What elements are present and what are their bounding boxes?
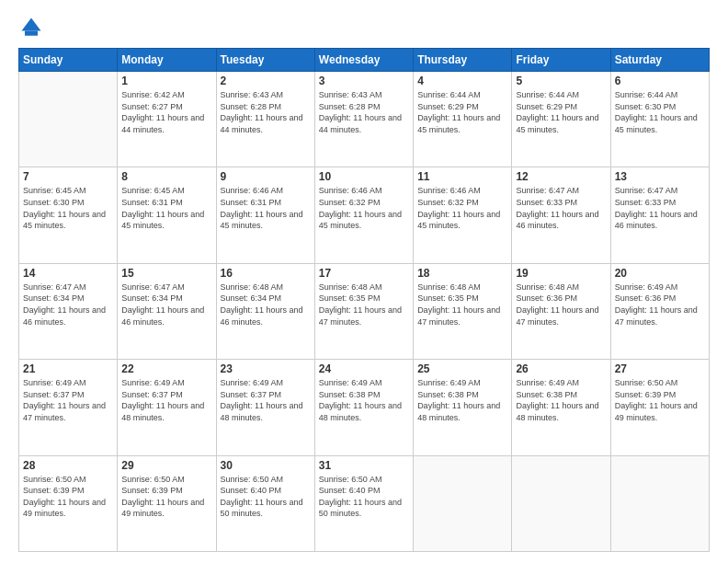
calendar-cell: 23Sunrise: 6:49 AM Sunset: 6:37 PM Dayli… [216,360,314,455]
cell-details: Sunrise: 6:50 AM Sunset: 6:40 PM Dayligh… [221,474,311,520]
calendar-cell: 9Sunrise: 6:46 AM Sunset: 6:31 PM Daylig… [216,167,314,263]
day-number: 18 [417,267,507,280]
page: SundayMondayTuesdayWednesdayThursdayFrid… [0,0,728,563]
day-number: 12 [516,170,606,183]
cell-details: Sunrise: 6:50 AM Sunset: 6:40 PM Dayligh… [319,474,409,520]
calendar-cell [512,455,610,551]
day-number: 10 [319,170,409,183]
cell-details: Sunrise: 6:49 AM Sunset: 6:38 PM Dayligh… [417,377,507,423]
cell-details: Sunrise: 6:48 AM Sunset: 6:35 PM Dayligh… [417,282,507,327]
day-number: 11 [417,170,507,183]
cell-details: Sunrise: 6:49 AM Sunset: 6:37 PM Dayligh… [221,377,311,423]
calendar-week-row: 7Sunrise: 6:45 AM Sunset: 6:30 PM Daylig… [19,167,710,263]
cell-details: Sunrise: 6:47 AM Sunset: 6:34 PM Dayligh… [23,282,113,327]
calendar-week-row: 14Sunrise: 6:47 AM Sunset: 6:34 PM Dayli… [19,263,710,359]
calendar-cell: 17Sunrise: 6:48 AM Sunset: 6:35 PM Dayli… [314,263,413,359]
day-number: 7 [23,170,113,183]
day-number: 16 [221,267,311,280]
calendar-cell: 4Sunrise: 6:44 AM Sunset: 6:29 PM Daylig… [414,72,512,167]
day-number: 24 [319,362,409,375]
logo [18,15,48,40]
calendar-cell: 2Sunrise: 6:43 AM Sunset: 6:28 PM Daylig… [216,72,314,167]
svg-rect-1 [25,31,38,36]
day-number: 25 [417,362,507,375]
cell-details: Sunrise: 6:48 AM Sunset: 6:36 PM Dayligh… [516,282,606,327]
day-number: 21 [23,362,113,375]
calendar-cell: 15Sunrise: 6:47 AM Sunset: 6:34 PM Dayli… [118,263,216,359]
cell-details: Sunrise: 6:49 AM Sunset: 6:37 PM Dayligh… [23,377,113,423]
calendar-cell [414,455,512,551]
svg-marker-0 [22,18,41,31]
calendar-cell: 12Sunrise: 6:47 AM Sunset: 6:33 PM Dayli… [512,167,610,263]
calendar-cell: 22Sunrise: 6:49 AM Sunset: 6:37 PM Dayli… [118,360,216,455]
calendar-week-row: 1Sunrise: 6:42 AM Sunset: 6:27 PM Daylig… [19,72,710,167]
calendar-cell: 24Sunrise: 6:49 AM Sunset: 6:38 PM Dayli… [314,360,413,455]
calendar-cell: 28Sunrise: 6:50 AM Sunset: 6:39 PM Dayli… [19,455,118,551]
day-number: 31 [319,459,409,472]
calendar-cell: 19Sunrise: 6:48 AM Sunset: 6:36 PM Dayli… [512,263,610,359]
cell-details: Sunrise: 6:48 AM Sunset: 6:34 PM Dayligh… [221,282,311,327]
calendar-cell: 8Sunrise: 6:45 AM Sunset: 6:31 PM Daylig… [118,167,216,263]
day-number: 15 [121,267,211,280]
calendar-day-header: Monday [118,49,216,72]
cell-details: Sunrise: 6:45 AM Sunset: 6:30 PM Dayligh… [23,185,113,231]
day-number: 17 [319,267,409,280]
calendar-cell [610,455,709,551]
calendar-cell: 6Sunrise: 6:44 AM Sunset: 6:30 PM Daylig… [610,72,709,167]
day-number: 19 [516,267,606,280]
calendar-cell: 3Sunrise: 6:43 AM Sunset: 6:28 PM Daylig… [314,72,413,167]
calendar-cell: 7Sunrise: 6:45 AM Sunset: 6:30 PM Daylig… [19,167,118,263]
calendar-day-header: Sunday [19,49,118,72]
calendar-cell: 16Sunrise: 6:48 AM Sunset: 6:34 PM Dayli… [216,263,314,359]
day-number: 1 [121,75,211,87]
cell-details: Sunrise: 6:44 AM Sunset: 6:29 PM Dayligh… [417,89,507,135]
day-number: 13 [615,170,705,183]
cell-details: Sunrise: 6:42 AM Sunset: 6:27 PM Dayligh… [121,89,211,135]
cell-details: Sunrise: 6:49 AM Sunset: 6:38 PM Dayligh… [516,377,606,423]
day-number: 28 [23,459,113,472]
cell-details: Sunrise: 6:49 AM Sunset: 6:36 PM Dayligh… [615,282,705,327]
day-number: 9 [221,170,311,183]
day-number: 2 [221,75,311,87]
calendar-week-row: 21Sunrise: 6:49 AM Sunset: 6:37 PM Dayli… [19,360,710,455]
day-number: 4 [417,75,507,87]
cell-details: Sunrise: 6:45 AM Sunset: 6:31 PM Dayligh… [121,185,211,231]
cell-details: Sunrise: 6:44 AM Sunset: 6:30 PM Dayligh… [615,89,705,135]
cell-details: Sunrise: 6:50 AM Sunset: 6:39 PM Dayligh… [615,377,705,423]
cell-details: Sunrise: 6:46 AM Sunset: 6:32 PM Dayligh… [319,185,409,231]
cell-details: Sunrise: 6:47 AM Sunset: 6:34 PM Dayligh… [121,282,211,327]
calendar-cell: 21Sunrise: 6:49 AM Sunset: 6:37 PM Dayli… [19,360,118,455]
calendar-cell: 25Sunrise: 6:49 AM Sunset: 6:38 PM Dayli… [414,360,512,455]
day-number: 8 [121,170,211,183]
cell-details: Sunrise: 6:43 AM Sunset: 6:28 PM Dayligh… [221,89,311,135]
day-number: 23 [221,362,311,375]
calendar-cell: 13Sunrise: 6:47 AM Sunset: 6:33 PM Dayli… [610,167,709,263]
calendar-cell: 10Sunrise: 6:46 AM Sunset: 6:32 PM Dayli… [314,167,413,263]
cell-details: Sunrise: 6:46 AM Sunset: 6:31 PM Dayligh… [221,185,311,231]
calendar-cell: 29Sunrise: 6:50 AM Sunset: 6:39 PM Dayli… [118,455,216,551]
calendar-cell: 1Sunrise: 6:42 AM Sunset: 6:27 PM Daylig… [118,72,216,167]
calendar-cell: 26Sunrise: 6:49 AM Sunset: 6:38 PM Dayli… [512,360,610,455]
calendar-cell: 30Sunrise: 6:50 AM Sunset: 6:40 PM Dayli… [216,455,314,551]
cell-details: Sunrise: 6:47 AM Sunset: 6:33 PM Dayligh… [615,185,705,231]
day-number: 29 [121,459,211,472]
calendar-cell: 14Sunrise: 6:47 AM Sunset: 6:34 PM Dayli… [19,263,118,359]
cell-details: Sunrise: 6:49 AM Sunset: 6:38 PM Dayligh… [319,377,409,423]
calendar-cell: 5Sunrise: 6:44 AM Sunset: 6:29 PM Daylig… [512,72,610,167]
cell-details: Sunrise: 6:49 AM Sunset: 6:37 PM Dayligh… [121,377,211,423]
day-number: 26 [516,362,606,375]
header [18,15,710,40]
calendar-table: SundayMondayTuesdayWednesdayThursdayFrid… [18,48,710,552]
day-number: 22 [121,362,211,375]
calendar-cell: 18Sunrise: 6:48 AM Sunset: 6:35 PM Dayli… [414,263,512,359]
calendar-day-header: Friday [512,49,610,72]
logo-icon [18,15,44,40]
calendar-week-row: 28Sunrise: 6:50 AM Sunset: 6:39 PM Dayli… [19,455,710,551]
calendar-header-row: SundayMondayTuesdayWednesdayThursdayFrid… [19,49,710,72]
calendar-cell: 20Sunrise: 6:49 AM Sunset: 6:36 PM Dayli… [610,263,709,359]
calendar-day-header: Wednesday [314,49,413,72]
calendar-cell: 27Sunrise: 6:50 AM Sunset: 6:39 PM Dayli… [610,360,709,455]
calendar-day-header: Tuesday [216,49,314,72]
cell-details: Sunrise: 6:46 AM Sunset: 6:32 PM Dayligh… [417,185,507,231]
day-number: 27 [615,362,705,375]
